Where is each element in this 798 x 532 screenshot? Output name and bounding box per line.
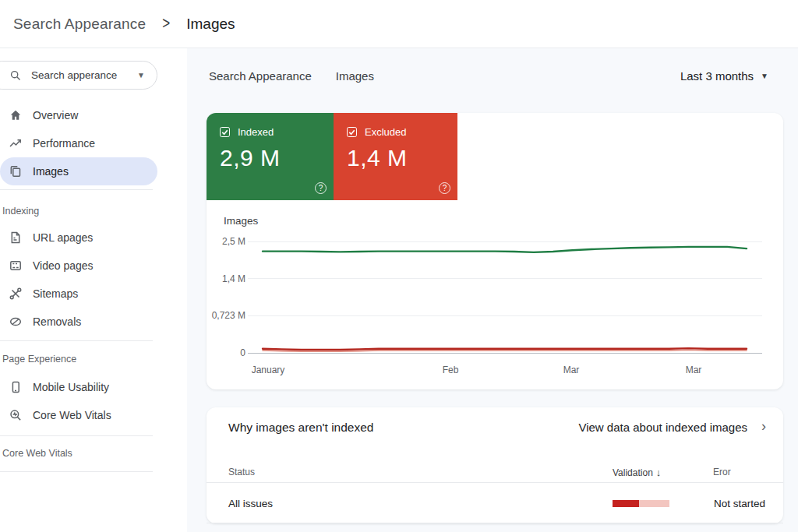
row-error-cell: Not started [714,498,765,509]
breadcrumb-images[interactable]: Images [336,69,374,83]
column-header-status: Status [228,467,255,477]
gridline [248,315,762,316]
validation-progress-bar [613,500,669,507]
x-tick-label: Mar [686,365,702,375]
column-header-validation[interactable]: Validation↓ [613,467,661,478]
search-console-app: Search Appearance > Images Search appera… [0,0,798,532]
sidebar-divider [0,471,153,472]
date-range-caret-icon: ▼ [761,72,768,80]
sidebar-item-overview[interactable]: Overview [0,101,157,129]
sidebar-item-label: Sitemaps [33,287,78,300]
breadcrumb-search-appearance[interactable]: Search Appearance [209,69,312,83]
sidebar-item-mobile-usability[interactable]: Mobile Usability [0,373,157,401]
y-tick-label: 1,4 M [210,273,245,284]
date-range-label: Last 3 months [680,69,754,83]
sidebar-item-url-pages[interactable]: URL apages [0,224,157,252]
breadcrumb: Search Appearance Images [209,69,374,83]
indexed-count: 2,9 M [220,145,334,171]
sort-descending-icon: ↓ [656,467,662,478]
video-icon [9,259,23,273]
sidebar-section-core-web-vitals: Core Web Vitals [2,448,72,459]
date-range-dropdown[interactable]: Last 3 months ▼ [680,69,768,83]
breadcrumb-chevron-icon: > [162,14,170,33]
sidebar-divider [0,435,153,436]
indexed-summary-block[interactable]: Indexed 2,9 M ? [207,113,334,200]
excluded-label: Excluded [365,126,406,138]
excluded-summary-block[interactable]: Excluded 1,4 M ? [334,113,457,200]
header-title-secondary: Images [186,16,235,33]
sidebar-search-dropdown[interactable]: Search apperance ▼ [0,61,157,90]
sidebar: Search apperance ▼ Overview Performance [0,48,187,532]
sidebar-nav-page-experience: Mobile Usability Core Web Vitals [0,373,157,429]
sidebar-item-label: Overview [33,109,78,122]
y-tick-label: 0 [210,347,245,358]
table-title: Why images aren't indexed [228,421,373,435]
sidebar-item-core-web-vitals[interactable]: Core Web Vitals [0,401,157,429]
y-tick-label: 2,5 M [210,236,245,247]
sidebar-item-label: Core Web Vitals [33,409,111,421]
sitemap-icon [9,287,23,301]
sidebar-item-video-pages[interactable]: Video pages [0,252,157,280]
sidebar-item-label: Video pages [33,259,94,272]
column-header-error: Eror [713,467,731,477]
validation-bar-done [613,500,639,507]
sidebar-divider [0,189,153,190]
images-chart-card: Indexed 2,9 M ? Excluded 1,4 M ? Images … [207,113,783,389]
header-title-primary: Search Appearance [13,16,146,33]
table-divider [207,523,783,523]
sidebar-item-label: Mobile Usability [33,381,109,393]
sidebar-item-sitemaps[interactable]: Sitemaps [0,280,157,308]
app-header: Search Appearance > Images [0,0,798,48]
column-header-validation-label: Validation [613,467,653,478]
indexed-label: Indexed [238,126,274,138]
validation-bar-rest [639,500,669,507]
x-axis-line [248,353,762,354]
search-dropdown-caret-icon: ▼ [137,71,145,79]
mobile-icon [9,380,23,394]
not-indexed-table-card: Why images aren't indexed View data abou… [207,407,783,523]
vitals-icon [9,408,23,422]
sidebar-item-label: Performance [33,137,95,150]
sidebar-search-value: Search apperance [31,69,117,81]
home-icon [9,108,23,122]
x-tick-label: Feb [443,365,459,375]
x-tick-label: Mar [563,365,580,375]
view-indexed-data-link[interactable]: View data about indexed images [578,421,747,434]
indexed-checkbox[interactable] [220,127,230,137]
sidebar-section-indexing: Indexing [2,206,39,217]
sidebar-nav-top: Overview Performance Images [0,101,157,185]
table-row[interactable] [207,482,783,523]
row-status-cell: All issues [228,498,273,509]
excluded-checkbox[interactable] [347,127,357,137]
excluded-count: 1,4 M [347,145,457,171]
sidebar-item-label: URL apages [33,231,93,244]
excluded-help-icon[interactable]: ? [439,182,450,194]
sidebar-divider [0,340,153,341]
sidebar-nav-indexing: URL apages Video pages Sitemaps Removals [0,224,157,336]
gridline [248,241,762,242]
images-icon [9,164,23,178]
page-icon [9,231,23,245]
performance-icon [9,136,23,150]
sidebar-item-label: Removals [33,315,81,328]
chart-title: Images [224,215,258,227]
sidebar-item-performance[interactable]: Performance [0,129,157,157]
sidebar-item-images[interactable]: Images [0,157,157,185]
x-tick-label: January [252,365,285,375]
search-icon [9,69,23,83]
removals-icon [9,315,23,329]
sidebar-section-page-experience: Page Experience [2,354,76,365]
gridline [248,278,762,279]
sidebar-item-label: Images [33,165,69,178]
chevron-right-icon[interactable]: › [761,418,766,435]
indexed-help-icon[interactable]: ? [315,182,327,194]
y-tick-label: 0,723 M [210,310,245,321]
sidebar-item-removals[interactable]: Removals [0,308,157,336]
